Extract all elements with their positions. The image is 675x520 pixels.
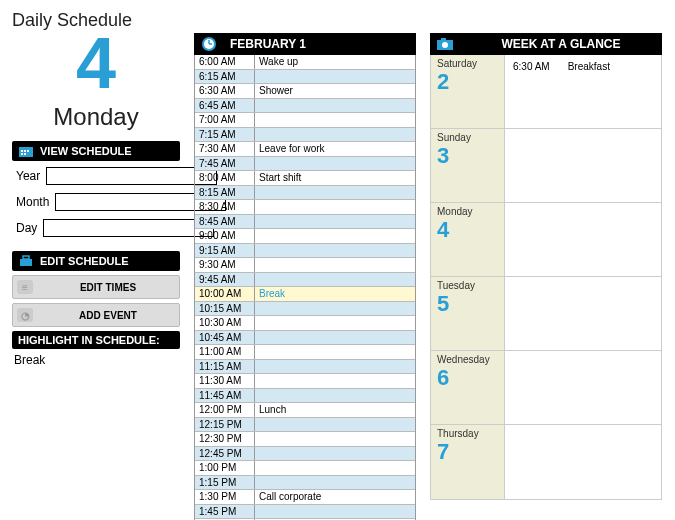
schedule-row[interactable]: 12:15 PM <box>195 418 415 433</box>
time-cell: 9:30 AM <box>195 258 255 272</box>
week-row[interactable]: Thursday7 <box>431 425 661 499</box>
week-event-cell <box>505 277 661 350</box>
event-cell: Shower <box>255 84 415 98</box>
svg-rect-14 <box>441 38 446 41</box>
event-cell: Leave for work <box>255 142 415 156</box>
week-row[interactable]: Sunday3 <box>431 129 661 203</box>
schedule-row[interactable]: 11:00 AM <box>195 345 415 360</box>
edit-times-label: EDIT TIMES <box>41 282 175 293</box>
schedule-row[interactable]: 1:15 PM <box>195 476 415 491</box>
week-day-number: 4 <box>437 219 498 241</box>
schedule-row[interactable]: 9:30 AM <box>195 258 415 273</box>
day-input[interactable] <box>43 219 214 237</box>
week-row[interactable]: Tuesday5 <box>431 277 661 351</box>
week-day-cell: Tuesday5 <box>431 277 505 350</box>
schedule-row[interactable]: 12:30 PM <box>195 432 415 447</box>
week-event-cell: 6:30 AMBreakfast <box>505 55 661 128</box>
week-day-number: 5 <box>437 293 498 315</box>
year-input[interactable] <box>46 167 217 185</box>
schedule-row[interactable]: 6:15 AM <box>195 70 415 85</box>
schedule-row[interactable]: 9:45 AM <box>195 273 415 288</box>
week-event-desc: Breakfast <box>568 61 610 122</box>
week-row[interactable]: Saturday26:30 AMBreakfast <box>431 55 661 129</box>
event-cell <box>255 273 415 287</box>
schedule-row[interactable]: 11:30 AM <box>195 374 415 389</box>
week-row[interactable]: Monday4 <box>431 203 661 277</box>
field-label: Year <box>16 169 40 183</box>
schedule-row[interactable]: 8:45 AM <box>195 215 415 230</box>
week-day-number: 7 <box>437 441 498 463</box>
event-cell <box>255 229 415 243</box>
event-cell <box>255 128 415 142</box>
day-name: Monday <box>12 103 180 131</box>
field-label: Day <box>16 221 37 235</box>
week-day-name: Thursday <box>437 428 498 439</box>
week-day-cell: Monday4 <box>431 203 505 276</box>
schedule-row[interactable]: 10:15 AM <box>195 302 415 317</box>
event-cell <box>255 302 415 316</box>
week-day-number: 6 <box>437 367 498 389</box>
list-icon: ≡ <box>17 280 33 294</box>
time-cell: 1:15 PM <box>195 476 255 490</box>
event-cell: Break <box>255 287 415 301</box>
time-cell: 9:15 AM <box>195 244 255 258</box>
week-header: WEEK AT A GLANCE <box>430 33 662 55</box>
event-cell <box>255 432 415 446</box>
time-cell: 12:00 PM <box>195 403 255 417</box>
week-event-cell <box>505 425 661 499</box>
highlight-value: Break <box>12 349 180 371</box>
schedule-row[interactable]: 11:15 AM <box>195 360 415 375</box>
time-cell: 11:00 AM <box>195 345 255 359</box>
schedule-row[interactable]: 7:15 AM <box>195 128 415 143</box>
schedule-row[interactable]: 6:30 AMShower <box>195 84 415 99</box>
event-cell <box>255 316 415 330</box>
time-cell: 9:45 AM <box>195 273 255 287</box>
schedule-row[interactable]: 1:45 PM <box>195 505 415 520</box>
schedule-row[interactable]: 6:00 AMWake up <box>195 55 415 70</box>
event-cell <box>255 244 415 258</box>
event-cell <box>255 157 415 171</box>
schedule-row[interactable]: 8:15 AM <box>195 186 415 201</box>
week-day-cell: Saturday2 <box>431 55 505 128</box>
event-cell <box>255 447 415 461</box>
schedule-row[interactable]: 1:30 PMCall corporate <box>195 490 415 505</box>
event-cell <box>255 461 415 475</box>
time-cell: 7:00 AM <box>195 113 255 127</box>
schedule-row[interactable]: 12:00 PMLunch <box>195 403 415 418</box>
week-event-cell <box>505 129 661 202</box>
add-event-button[interactable]: ◔ ADD EVENT <box>12 303 180 327</box>
schedule-header: FEBRUARY 1 <box>194 33 416 55</box>
schedule-row[interactable]: 6:45 AM <box>195 99 415 114</box>
schedule-row[interactable]: 1:00 PM <box>195 461 415 476</box>
field-label: Month <box>16 195 49 209</box>
event-cell <box>255 345 415 359</box>
schedule-row[interactable]: 10:45 AM <box>195 331 415 346</box>
edit-schedule-bar: EDIT SCHEDULE <box>12 251 180 271</box>
left-panel: 4 Monday VIEW SCHEDULE YearMonthDay EDIT… <box>12 33 180 520</box>
schedule-row[interactable]: 10:30 AM <box>195 316 415 331</box>
schedule-row[interactable]: 7:30 AMLeave for work <box>195 142 415 157</box>
time-cell: 1:45 PM <box>195 505 255 519</box>
schedule-panel: FEBRUARY 1 6:00 AMWake up6:15 AM6:30 AMS… <box>194 33 416 520</box>
schedule-row[interactable]: 12:45 PM <box>195 447 415 462</box>
schedule-row[interactable]: 8:30 AM <box>195 200 415 215</box>
schedule-row[interactable]: 7:45 AM <box>195 157 415 172</box>
week-row[interactable]: Wednesday6 <box>431 351 661 425</box>
time-cell: 10:15 AM <box>195 302 255 316</box>
edit-times-button[interactable]: ≡ EDIT TIMES <box>12 275 180 299</box>
schedule-row[interactable]: 7:00 AM <box>195 113 415 128</box>
schedule-row[interactable]: 9:15 AM <box>195 244 415 259</box>
event-cell: Start shift <box>255 171 415 185</box>
view-schedule-label: VIEW SCHEDULE <box>40 145 132 157</box>
schedule-row[interactable]: 9:00 AM <box>195 229 415 244</box>
event-cell <box>255 200 415 214</box>
event-cell <box>255 360 415 374</box>
time-cell: 8:00 AM <box>195 171 255 185</box>
svg-rect-5 <box>24 153 26 155</box>
time-cell: 6:30 AM <box>195 84 255 98</box>
add-event-label: ADD EVENT <box>41 310 175 321</box>
schedule-row[interactable]: 11:45 AM <box>195 389 415 404</box>
schedule-row[interactable]: 8:00 AMStart shift <box>195 171 415 186</box>
svg-rect-6 <box>20 259 32 266</box>
schedule-row[interactable]: 10:00 AMBreak <box>195 287 415 302</box>
